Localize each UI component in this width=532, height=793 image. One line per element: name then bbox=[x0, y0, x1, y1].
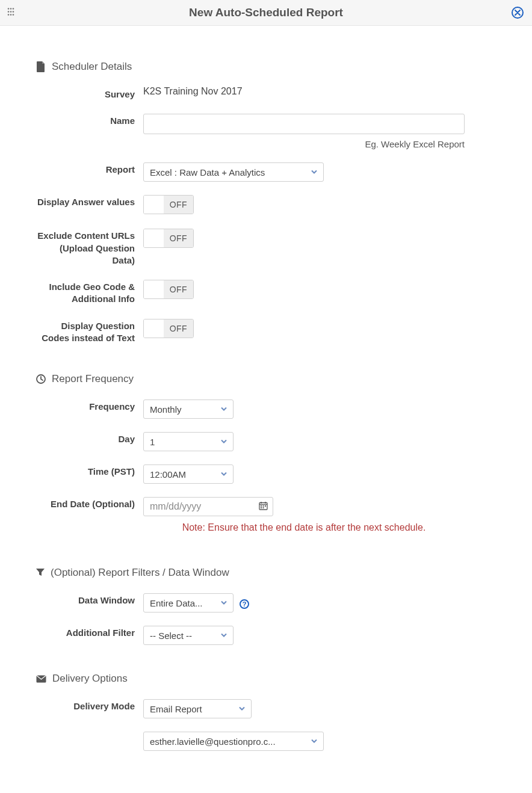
filter-icon bbox=[36, 569, 45, 577]
close-button[interactable] bbox=[512, 7, 524, 19]
svg-rect-13 bbox=[265, 505, 266, 507]
additional-filter-select[interactable]: -- Select -- bbox=[143, 626, 234, 645]
display-answer-values-toggle[interactable]: OFF bbox=[143, 195, 194, 214]
section-delivery-options: Delivery Options bbox=[36, 673, 496, 685]
survey-value: K2S Training Nov 2017 bbox=[143, 85, 496, 97]
svg-point-8 bbox=[13, 14, 14, 16]
document-icon bbox=[36, 61, 46, 72]
end-date-input[interactable] bbox=[143, 497, 273, 516]
survey-label: Survey bbox=[36, 85, 143, 100]
help-icon[interactable]: ? bbox=[240, 599, 249, 609]
section-report-frequency: Report Frequency bbox=[36, 373, 496, 385]
svg-point-4 bbox=[10, 11, 12, 13]
day-select[interactable]: 1 bbox=[143, 432, 234, 451]
dialog-title: New Auto-Scheduled Report bbox=[189, 6, 343, 19]
time-label: Time (PST) bbox=[36, 462, 143, 478]
svg-point-5 bbox=[13, 11, 14, 13]
delivery-email-select[interactable]: esther.lavielle@questionpro.c... bbox=[143, 732, 324, 751]
section-title: (Optional) Report Filters / Data Window bbox=[51, 567, 229, 579]
include-geo-toggle[interactable]: OFF bbox=[143, 280, 194, 299]
exclude-content-urls-toggle[interactable]: OFF bbox=[143, 229, 194, 248]
calendar-icon[interactable] bbox=[259, 501, 268, 512]
section-title: Report Frequency bbox=[52, 373, 134, 385]
svg-rect-15 bbox=[263, 507, 264, 508]
include-geo-label: Include Geo Code & Additional Info bbox=[36, 277, 143, 306]
svg-point-2 bbox=[13, 8, 14, 10]
name-hint: Eg. Weekly Excel Report bbox=[143, 139, 465, 149]
section-report-filters: (Optional) Report Filters / Data Window bbox=[36, 567, 496, 579]
display-question-codes-toggle[interactable]: OFF bbox=[143, 319, 194, 338]
svg-point-6 bbox=[8, 14, 10, 16]
clock-icon bbox=[36, 374, 46, 384]
svg-point-7 bbox=[10, 14, 12, 16]
additional-filter-label: Additional Filter bbox=[36, 623, 143, 639]
svg-point-3 bbox=[8, 11, 10, 13]
name-label: Name bbox=[36, 111, 143, 127]
delivery-mode-label: Delivery Mode bbox=[36, 697, 143, 712]
dialog-header: New Auto-Scheduled Report bbox=[0, 0, 532, 26]
svg-text:?: ? bbox=[243, 600, 247, 608]
frequency-select[interactable]: Monthly bbox=[143, 400, 234, 419]
envelope-icon bbox=[36, 675, 46, 683]
report-label: Report bbox=[36, 160, 143, 176]
time-select[interactable]: 12:00AM bbox=[143, 464, 234, 484]
svg-rect-12 bbox=[263, 505, 264, 507]
data-window-label: Data Window bbox=[36, 591, 143, 606]
svg-rect-14 bbox=[261, 507, 262, 508]
section-title: Scheduler Details bbox=[52, 61, 132, 73]
day-label: Day bbox=[36, 430, 143, 445]
svg-rect-11 bbox=[261, 505, 262, 507]
display-question-codes-label: Display Question Codes instead of Text bbox=[36, 316, 143, 345]
display-answer-values-label: Display Answer values bbox=[36, 193, 143, 208]
end-date-note: Note: Ensure that the end date is after … bbox=[143, 522, 465, 533]
report-select[interactable]: Excel : Raw Data + Analytics bbox=[143, 162, 324, 182]
section-title: Delivery Options bbox=[52, 673, 128, 685]
data-window-select[interactable]: Entire Data... bbox=[143, 593, 234, 612]
frequency-label: Frequency bbox=[36, 397, 143, 413]
section-scheduler-details: Scheduler Details bbox=[36, 61, 496, 73]
delivery-mode-select[interactable]: Email Report bbox=[143, 699, 252, 718]
end-date-label: End Date (Optional) bbox=[36, 495, 143, 510]
svg-point-1 bbox=[10, 8, 12, 10]
exclude-content-urls-label: Exclude Content URLs (Upload Question Da… bbox=[36, 226, 143, 267]
svg-point-0 bbox=[8, 8, 10, 10]
drag-handle-icon[interactable] bbox=[7, 8, 14, 18]
name-input[interactable] bbox=[143, 114, 465, 134]
